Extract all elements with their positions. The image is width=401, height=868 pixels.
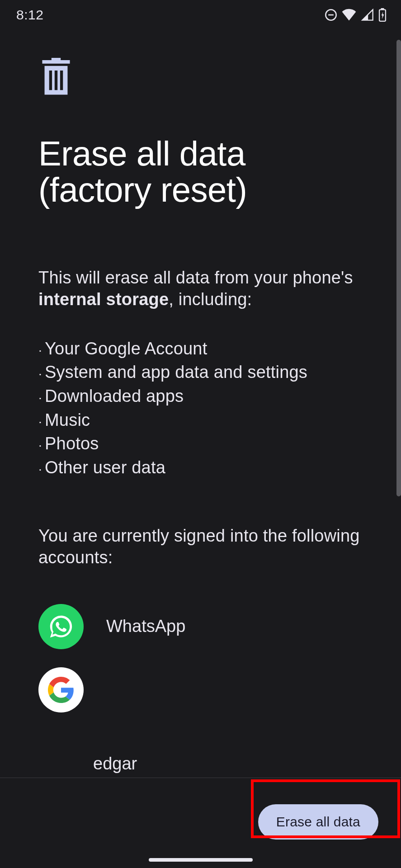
battery-charging-icon [378,8,387,22]
status-bar: 8:12 [0,0,401,26]
svg-rect-6 [55,71,57,90]
account-name: WhatsApp [106,617,185,636]
svg-rect-7 [60,71,63,90]
list-item: ·Downloaded apps [38,384,363,408]
whatsapp-icon [38,604,84,649]
google-icon [38,667,84,712]
status-time: 8:12 [16,7,43,23]
page-title: Erase all data (factory reset) [38,136,363,208]
partial-account-name: edgar [93,754,137,774]
status-icons [325,8,387,22]
list-item: ·Other user data [38,456,363,480]
signal-icon [361,9,374,21]
erase-all-data-button[interactable]: Erase all data [258,804,378,840]
intro-text: This will erase all data from your phone… [38,267,363,311]
trash-icon [38,58,363,98]
scroll-indicator[interactable] [396,40,401,496]
nav-handle[interactable] [149,858,253,862]
footer-bar: Erase all data [0,778,401,868]
do-not-disturb-icon [325,9,337,21]
account-row-google [38,667,363,712]
wifi-icon [341,9,357,21]
list-item: ·Photos [38,432,363,456]
list-item: ·Your Google Account [38,337,363,361]
list-item: ·System and app data and settings [38,360,363,384]
list-item: ·Music [38,408,363,432]
svg-rect-3 [381,8,384,9]
accounts-intro: You are currently signed into the follow… [38,525,363,569]
main-content: Erase all data (factory reset) This will… [0,26,401,712]
account-row-whatsapp: WhatsApp [38,604,363,649]
data-items-list: ·Your Google Account ·System and app dat… [38,337,363,480]
svg-rect-5 [49,71,52,90]
